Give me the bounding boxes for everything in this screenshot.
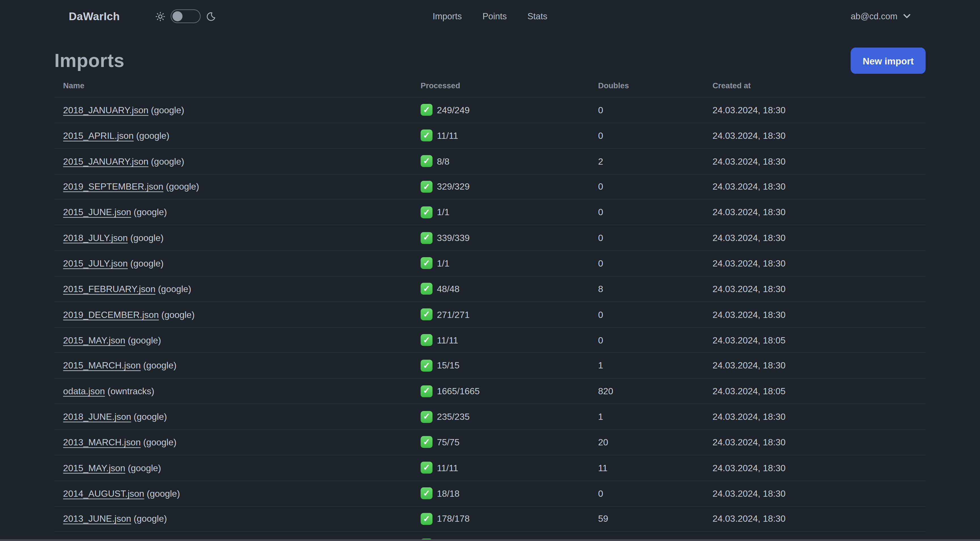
created-at-cell: 24.03.2024, 18:30 — [713, 131, 926, 140]
table-row: 2013_MARCH.json (google) ✓ 75/75 20 24.0… — [54, 429, 926, 455]
processed-cell: ✓ 8/8 — [420, 155, 598, 167]
file-link[interactable]: 2015_FEBRUARY.json — [63, 284, 156, 294]
window-bottom-edge — [0, 539, 980, 541]
file-link[interactable]: 2015_JULY.json — [63, 258, 128, 268]
name-cell: 2015_MAY.json (google) — [54, 335, 421, 345]
created-at-cell: 24.03.2024, 18:30 — [713, 182, 926, 192]
file-source: (google) — [144, 488, 180, 498]
success-check-icon: ✓ — [420, 104, 433, 116]
processed-count: 1/1 — [437, 258, 449, 268]
success-check-icon: ✓ — [420, 360, 433, 372]
processed-cell: ✓ 235/235 — [420, 411, 598, 423]
name-cell: 2018_JULY.json (google) — [54, 233, 421, 243]
success-check-icon: ✓ — [420, 462, 433, 474]
doubles-cell: 1 — [598, 412, 712, 421]
table-row: 2018_JANUARY.json (google) ✓ 249/249 0 2… — [54, 97, 926, 123]
name-cell: 2013_MARCH.json (google) — [54, 437, 421, 447]
processed-count: 1665/1665 — [437, 386, 480, 396]
file-link[interactable]: 2018_JUNE.json — [63, 412, 131, 421]
table-row: 2014_AUGUST.json (google) ✓ 18/18 0 24.0… — [54, 480, 926, 506]
success-check-icon: ✓ — [420, 257, 433, 270]
file-link[interactable]: 2015_JUNE.json — [63, 207, 131, 217]
created-at-cell: 24.03.2024, 18:30 — [713, 412, 926, 421]
processed-cell: ✓ 11/11 — [420, 334, 598, 346]
table-row: 2013_JUNE.json (google) ✓ 178/178 59 24.… — [54, 506, 926, 531]
created-at-cell: 24.03.2024, 18:30 — [713, 207, 926, 217]
doubles-cell: 59 — [598, 514, 712, 524]
processed-cell: ✓ 11/11 — [420, 462, 598, 474]
processed-cell: ✓ 249/249 — [420, 104, 598, 116]
column-header-processed: Processed — [420, 81, 598, 90]
table-body: 2018_JANUARY.json (google) ✓ 249/249 0 2… — [54, 97, 926, 541]
file-link[interactable]: odata.json — [63, 386, 105, 396]
doubles-cell: 0 — [598, 207, 712, 217]
file-source: (google) — [131, 514, 167, 524]
table-row: 2019_SEPTEMBER.json (google) ✓ 329/329 0… — [54, 174, 926, 199]
success-check-icon: ✓ — [420, 513, 433, 525]
nav-link-stats[interactable]: Stats — [527, 11, 547, 21]
processed-cell: ✓ 1665/1665 — [420, 385, 598, 397]
file-source: (google) — [131, 412, 167, 421]
nav-link-imports[interactable]: Imports — [433, 11, 462, 21]
processed-count: 271/271 — [437, 310, 470, 319]
table-row: 2015_JUNE.json (google) ✓ 1/1 0 24.03.20… — [54, 199, 926, 225]
doubles-cell: 0 — [598, 310, 712, 319]
imports-page: Imports New import Name Processed Double… — [54, 48, 926, 541]
new-import-button[interactable]: New import — [851, 48, 926, 74]
created-at-cell: 24.03.2024, 18:05 — [713, 386, 926, 396]
file-source: (google) — [148, 105, 184, 115]
column-header-created-at: Created at — [713, 81, 926, 90]
processed-count: 1/1 — [437, 207, 449, 217]
file-link[interactable]: 2019_DECEMBER.json — [63, 310, 159, 319]
file-link[interactable]: 2013_JUNE.json — [63, 514, 131, 524]
success-check-icon: ✓ — [420, 436, 433, 448]
processed-count: 75/75 — [437, 437, 460, 447]
file-link[interactable]: 2014_AUGUST.json — [63, 488, 144, 498]
name-cell: 2015_FEBRUARY.json (google) — [54, 284, 421, 294]
file-source: (google) — [134, 131, 169, 140]
account-email: ab@cd.com — [851, 11, 897, 21]
processed-cell: ✓ 1/1 — [420, 257, 598, 270]
file-source: (google) — [159, 310, 194, 319]
toggle-knob — [173, 11, 183, 21]
file-link[interactable]: 2015_APRIL.json — [63, 131, 134, 140]
file-link[interactable]: 2015_MAY.json — [63, 335, 125, 345]
processed-count: 15/15 — [437, 361, 460, 370]
doubles-cell: 0 — [598, 105, 712, 115]
file-source: (google) — [163, 182, 199, 192]
theme-toggle-switch[interactable] — [170, 10, 200, 23]
file-link[interactable]: 2018_JULY.json — [63, 233, 128, 243]
table-row: 2015_JULY.json (google) ✓ 1/1 0 24.03.20… — [54, 251, 926, 276]
file-link[interactable]: 2013_MARCH.json — [63, 437, 141, 447]
doubles-cell: 20 — [598, 437, 712, 447]
success-check-icon: ✓ — [420, 487, 433, 499]
name-cell: 2018_JANUARY.json (google) — [54, 105, 421, 115]
table-row: 2015_MAY.json (google) ✓ 11/11 0 24.03.2… — [54, 327, 926, 353]
app-logo[interactable]: DaWarIch — [68, 10, 120, 23]
doubles-cell: 8 — [598, 284, 712, 294]
processed-cell: ✓ 15/15 — [420, 360, 598, 372]
processed-count: 11/11 — [437, 131, 458, 140]
processed-cell: ✓ 1/1 — [420, 206, 598, 218]
file-source: (google) — [125, 335, 161, 345]
processed-count: 235/235 — [437, 412, 470, 421]
name-cell: 2015_APRIL.json (google) — [54, 131, 421, 140]
doubles-cell: 11 — [598, 463, 712, 472]
file-link[interactable]: 2015_MAY.json — [63, 463, 125, 472]
file-link[interactable]: 2019_SEPTEMBER.json — [63, 182, 164, 192]
created-at-cell: 24.03.2024, 18:30 — [713, 488, 926, 498]
file-link[interactable]: 2015_JANUARY.json — [63, 156, 149, 166]
file-link[interactable]: 2015_MARCH.json — [63, 361, 141, 370]
main-nav: Imports Points Stats — [433, 11, 547, 21]
moon-icon — [206, 12, 215, 21]
account-menu[interactable]: ab@cd.com — [851, 11, 910, 21]
created-at-cell: 24.03.2024, 18:30 — [713, 284, 926, 294]
processed-cell: ✓ 48/48 — [420, 283, 598, 295]
nav-link-points[interactable]: Points — [482, 11, 507, 21]
created-at-cell: 24.03.2024, 18:30 — [713, 156, 926, 166]
success-check-icon: ✓ — [420, 334, 433, 346]
processed-count: 11/11 — [437, 335, 458, 345]
file-source: (google) — [128, 258, 164, 268]
file-link[interactable]: 2018_JANUARY.json — [63, 105, 149, 115]
table-header-row: Name Processed Doubles Created at — [54, 74, 926, 97]
